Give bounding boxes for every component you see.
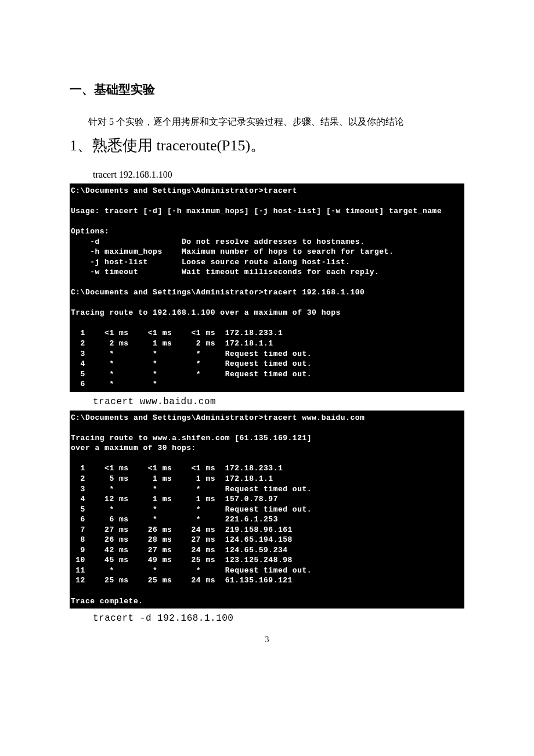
document-page: 一、基础型实验 针对 5 个实验，逐个用拷屏和文字记录实验过程、步骤、结果、以及… bbox=[0, 0, 534, 668]
command-2: tracert www.baidu.com bbox=[70, 397, 464, 407]
heading-sub-roman: traceroute(P15) bbox=[157, 137, 251, 154]
heading-sub-prefix: 1、熟悉使用 bbox=[70, 137, 157, 154]
intro-paragraph: 针对 5 个实验，逐个用拷屏和文字记录实验过程、步骤、结果、以及你的结论 bbox=[70, 114, 464, 131]
heading-main: 一、基础型实验 bbox=[70, 81, 464, 98]
command-3: tracert -d 192.168.1.100 bbox=[70, 613, 464, 624]
terminal-output-1: C:\Documents and Settings\Administrator>… bbox=[70, 183, 464, 392]
heading-subsection: 1、熟悉使用 traceroute(P15)。 bbox=[70, 135, 464, 156]
heading-sub-suffix: 。 bbox=[250, 137, 265, 154]
terminal-output-2: C:\Documents and Settings\Administrator>… bbox=[70, 411, 464, 609]
page-number: 3 bbox=[70, 635, 464, 645]
command-1: tracert 192.168.1.100 bbox=[70, 170, 464, 180]
